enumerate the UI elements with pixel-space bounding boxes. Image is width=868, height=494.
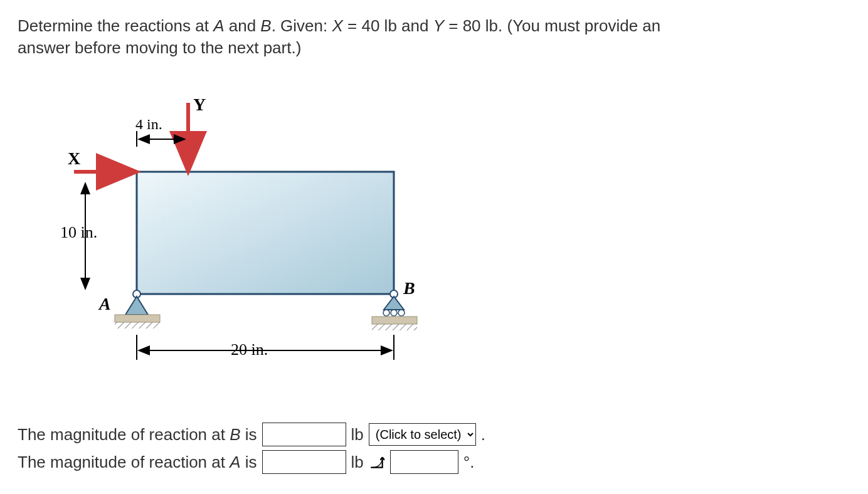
dim-4in: 4 in. <box>135 116 162 132</box>
var-Y: Y <box>433 16 444 35</box>
angle-icon <box>369 454 385 470</box>
reaction-B-direction-select[interactable]: (Click to select) <box>369 423 476 446</box>
reaction-A-angle-input[interactable] <box>390 450 458 474</box>
unit-lb: lb <box>351 424 364 446</box>
svg-rect-9 <box>372 317 417 324</box>
var-A: A <box>213 16 224 35</box>
text: Determine the reactions at <box>18 16 213 35</box>
svg-rect-1 <box>137 172 394 294</box>
svg-rect-10 <box>372 324 417 330</box>
label-B: B <box>403 278 415 298</box>
deg-suffix: °. <box>463 451 475 473</box>
svg-rect-5 <box>115 322 160 328</box>
beam-diagram: X Y 4 in. 10 in. 20 in. A B <box>43 84 444 385</box>
reaction-B-input[interactable] <box>262 423 346 446</box>
answer-block: The magnitude of reaction at B is lb (Cl… <box>18 423 850 474</box>
svg-point-7 <box>391 310 397 316</box>
text: The magnitude of reaction at A is <box>18 451 257 473</box>
var-X: X <box>332 16 343 35</box>
text: = 40 lb and <box>343 16 433 35</box>
svg-rect-4 <box>115 315 160 322</box>
label-X: X <box>68 149 80 168</box>
label-A: A <box>98 294 111 313</box>
dim-10in: 10 in. <box>60 223 97 241</box>
svg-point-8 <box>398 310 405 316</box>
answer-line-A: The magnitude of reaction at A is lb °. <box>18 450 850 474</box>
unit-lb: lb <box>351 451 364 473</box>
answer-line-B: The magnitude of reaction at B is lb (Cl… <box>18 423 850 446</box>
svg-point-6 <box>383 310 389 316</box>
label-Y: Y <box>193 95 206 114</box>
dim-20in: 20 in. <box>231 340 268 359</box>
text: and <box>225 16 261 35</box>
var-B: B <box>260 16 271 35</box>
text: The magnitude of reaction at B is <box>18 424 257 446</box>
problem-statement: Determine the reactions at A and B. Give… <box>18 15 707 59</box>
reaction-A-input[interactable] <box>262 450 346 474</box>
period: . <box>481 424 485 446</box>
text: . Given: <box>272 16 332 35</box>
